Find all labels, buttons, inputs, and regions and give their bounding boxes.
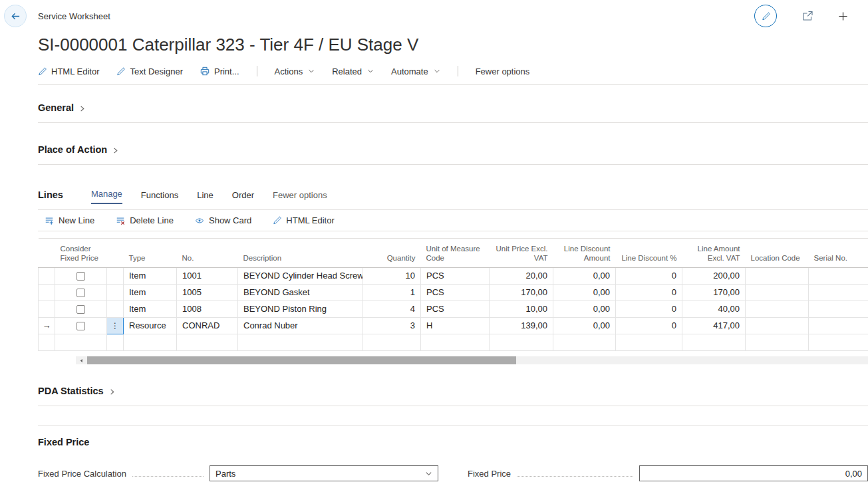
no-cell[interactable] [177,334,238,351]
line-discount-amount-cell[interactable]: 0,00 [553,268,616,285]
line-amount-cell[interactable]: 40,00 [682,301,746,318]
row-marker-cell[interactable] [39,268,55,285]
fixed-price-input[interactable] [639,465,868,481]
column-header-serial-no[interactable]: Serial No. [809,239,868,268]
edit-button[interactable] [754,5,777,27]
column-header-type[interactable]: Type [124,239,177,268]
consider-fixed-price-checkbox[interactable] [76,322,85,330]
row-menu-cell[interactable] [107,318,124,334]
line-amount-cell[interactable]: 170,00 [682,285,746,301]
unit-price-cell[interactable]: 170,00 [490,285,553,301]
no-cell[interactable]: 1008 [177,301,238,318]
line-amount-cell[interactable] [682,334,746,351]
tab-functions[interactable]: Functions [141,190,178,204]
section-place-of-action[interactable]: Place of Action [38,144,868,165]
table-row[interactable]: Item 1008 BEYOND Piston Ring 4 PCS 10,00… [39,301,868,318]
no-cell[interactable]: 1001 [177,268,238,285]
line-discount-pct-cell[interactable]: 0 [616,268,682,285]
share-button[interactable] [802,11,813,21]
tab-line[interactable]: Line [197,190,214,204]
line-amount-cell[interactable]: 200,00 [682,268,746,285]
consider-fixed-price-cell[interactable] [55,334,107,351]
location-code-cell[interactable] [746,318,809,334]
related-menu[interactable]: Related [332,66,374,76]
actions-menu[interactable]: Actions [275,66,315,76]
row-menu-cell[interactable] [107,301,124,318]
consider-fixed-price-cell[interactable] [55,301,107,318]
column-header-quantity[interactable]: Quantity [363,239,421,268]
consider-fixed-price-checkbox[interactable] [76,305,85,314]
html-editor-command[interactable]: HTML Editor [38,66,99,76]
section-pda-statistics[interactable]: PDA Statistics [38,386,868,406]
row-marker-cell[interactable] [39,318,55,334]
column-header-no[interactable]: No. [177,239,238,268]
fixed-price-calculation-select[interactable]: Parts [210,465,438,481]
consider-fixed-price-cell[interactable] [55,285,107,301]
consider-fixed-price-cell[interactable] [55,318,107,334]
scroll-left-button[interactable] [76,356,87,364]
new-line-button[interactable]: New Line [45,215,94,225]
description-cell[interactable]: BEYOND Gasket [238,285,363,301]
description-cell[interactable] [238,334,363,351]
uom-cell[interactable]: PCS [421,268,490,285]
consider-fixed-price-cell[interactable] [55,268,107,285]
line-discount-pct-cell[interactable]: 0 [616,301,682,318]
table-row[interactable]: Resource CONRAD Conrad Nuber 3 H 139,00 … [39,318,868,334]
text-designer-command[interactable]: Text Designer [116,66,182,76]
quantity-cell[interactable]: 3 [363,318,421,334]
row-marker-cell[interactable] [39,334,55,351]
quantity-cell[interactable]: 10 [363,268,421,285]
delete-line-button[interactable]: Delete Line [116,215,174,225]
line-discount-amount-cell[interactable]: 0,00 [553,301,616,318]
column-header-consider-fixed-price[interactable]: Consider Fixed Price [55,239,107,268]
line-discount-pct-cell[interactable]: 0 [616,318,682,334]
line-discount-amount-cell[interactable]: 0,00 [553,285,616,301]
scrollbar-thumb[interactable] [87,356,516,364]
type-cell[interactable]: Item [124,285,177,301]
uom-cell[interactable]: H [421,318,490,334]
description-cell[interactable]: BEYOND Piston Ring [238,301,363,318]
no-cell[interactable]: CONRAD [177,318,238,334]
column-header-location-code[interactable]: Location Code [746,239,809,268]
row-marker-cell[interactable] [39,301,55,318]
serial-no-cell[interactable] [809,334,868,351]
tab-manage[interactable]: Manage [91,189,122,204]
section-general[interactable]: General [38,102,868,123]
unit-price-cell[interactable] [490,334,553,351]
location-code-cell[interactable] [746,268,809,285]
table-row[interactable]: Item 1005 BEYOND Gasket 1 PCS 170,00 0,0… [39,285,868,301]
row-menu-cell[interactable] [107,334,124,351]
row-menu-cell[interactable] [107,268,124,285]
unit-price-cell[interactable]: 20,00 [490,268,553,285]
location-code-cell[interactable] [746,334,809,351]
back-button[interactable] [4,5,27,27]
type-cell[interactable] [124,334,177,351]
row-marker-cell[interactable] [39,285,55,301]
show-card-button[interactable]: Show Card [195,215,251,225]
new-document-button[interactable] [838,11,848,21]
consider-fixed-price-checkbox[interactable] [76,289,85,297]
html-editor-line-button[interactable]: HTML Editor [273,215,334,225]
uom-cell[interactable]: PCS [421,285,490,301]
column-header-description[interactable]: Description [238,239,363,268]
automate-menu[interactable]: Automate [391,66,440,76]
line-discount-pct-cell[interactable] [616,334,682,351]
quantity-cell[interactable] [363,334,421,351]
uom-cell[interactable] [421,334,490,351]
scrollbar-track[interactable] [87,356,868,364]
column-header-unit-price[interactable]: Unit Price Excl. VAT [490,239,553,268]
serial-no-cell[interactable] [809,301,868,318]
no-cell[interactable]: 1005 [177,285,238,301]
horizontal-scrollbar[interactable] [76,356,868,364]
column-header-line-discount-pct[interactable]: Line Discount % [616,239,682,268]
quantity-cell[interactable]: 1 [363,285,421,301]
location-code-cell[interactable] [746,301,809,318]
unit-price-cell[interactable]: 139,00 [490,318,553,334]
tab-fewer-options[interactable]: Fewer options [273,190,327,204]
print-command[interactable]: Print... [200,66,239,76]
description-cell[interactable]: BEYOND Cylinder Head Screw [238,268,363,285]
uom-cell[interactable]: PCS [421,301,490,318]
quantity-cell[interactable]: 4 [363,301,421,318]
location-code-cell[interactable] [746,285,809,301]
column-header-uom[interactable]: Unit of Measure Code [421,239,490,268]
